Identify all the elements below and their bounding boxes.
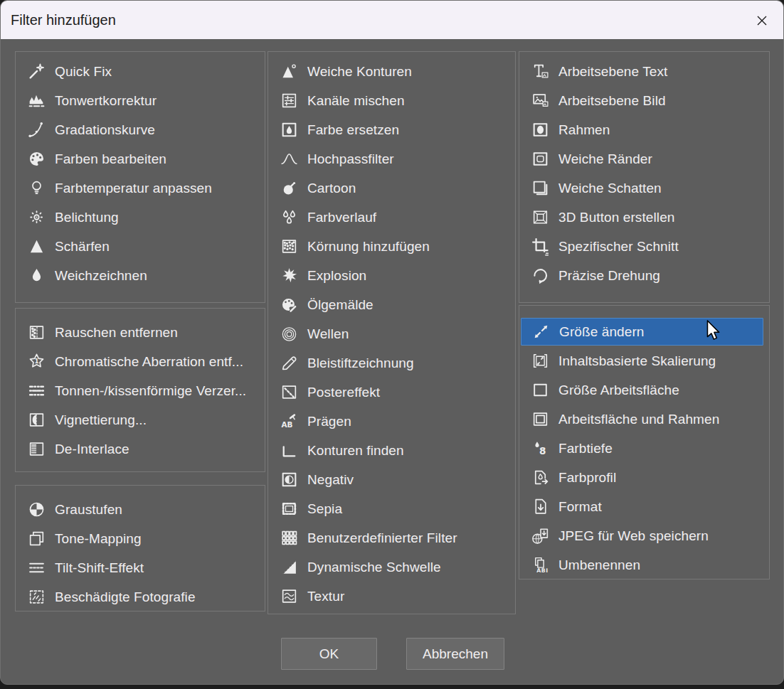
- mouse-cursor: [703, 319, 725, 341]
- filter-item[interactable]: Explosion: [268, 261, 515, 290]
- filter-item[interactable]: Inhaltsbasierte Skalierung: [519, 346, 769, 375]
- filter-item[interactable]: Weiche Schatten: [519, 173, 769, 203]
- emboss-ab-icon: AB: [280, 412, 299, 431]
- filter-item[interactable]: Negativ: [268, 465, 515, 494]
- filter-item[interactable]: De-Interlace: [16, 434, 265, 464]
- filter-item[interactable]: Konturen finden: [268, 436, 515, 465]
- filter-item[interactable]: Weichzeichnen: [16, 261, 265, 290]
- filter-item[interactable]: Format: [519, 492, 769, 521]
- filter-item[interactable]: Präzise Drehung: [519, 261, 769, 290]
- filter-group-box: Weiche KonturenKanäle mischenFarbe erset…: [267, 51, 516, 614]
- filter-group-box: Rauschen entfernen1Chromatische Aberrati…: [15, 308, 265, 472]
- soft-edges-icon: [531, 149, 550, 169]
- histogram-icon: [27, 91, 46, 110]
- soft-contour-icon: [280, 62, 299, 81]
- filter-item[interactable]: Farbe ersetzen: [268, 115, 515, 144]
- filter-item[interactable]: Gradationskurve: [16, 115, 265, 144]
- filter-item[interactable]: Kanäle mischen: [268, 86, 515, 115]
- filter-item[interactable]: Spezifischer Schnitt: [519, 232, 769, 261]
- filter-item[interactable]: Belichtung: [16, 203, 265, 232]
- filter-item-label: Farbtiefe: [558, 441, 613, 456]
- filter-item[interactable]: Tilt-Shift-Effekt: [16, 553, 265, 582]
- filter-item[interactable]: JPEG für Web speichern: [519, 521, 769, 550]
- filter-item-label: Farbprofil: [558, 470, 616, 486]
- close-button[interactable]: [752, 11, 772, 31]
- filter-item[interactable]: Größe Arbeitsfläche: [519, 375, 769, 405]
- filter-item[interactable]: ABPrägen: [268, 407, 515, 436]
- filter-item[interactable]: Tonwertkorrektur: [16, 86, 265, 115]
- filter-item-label: Format: [558, 499, 602, 515]
- filter-item[interactable]: Körnung hinzufügen: [268, 232, 515, 261]
- filter-item-label: Benutzerdefinierter Filter: [307, 530, 457, 546]
- filter-item[interactable]: Weiche Konturen: [268, 57, 515, 86]
- button-3d-icon: [531, 208, 550, 227]
- filter-item[interactable]: Rauschen entfernen: [16, 318, 265, 347]
- filter-item[interactable]: Benutzerdefinierter Filter: [268, 523, 515, 552]
- filter-item[interactable]: Rahmen: [519, 115, 769, 144]
- filter-item-label: Arbeitsfläche und Rahmen: [558, 412, 719, 427]
- filter-item[interactable]: Weiche Ränder: [519, 144, 769, 173]
- poster-diagonal-icon: [280, 383, 299, 402]
- filter-item-label: Hochpassfilter: [307, 151, 394, 167]
- filter-item[interactable]: 3D Button erstellen: [519, 203, 769, 232]
- layer-text-icon: [531, 62, 550, 81]
- format-page-icon: [531, 497, 550, 516]
- filter-item[interactable]: Ölgemälde: [268, 290, 515, 319]
- soft-shadow-icon: [531, 178, 550, 198]
- filter-item[interactable]: ABIUmbenennen: [519, 550, 769, 579]
- star-one-icon: 1: [27, 352, 46, 371]
- filter-item[interactable]: Textur: [268, 582, 515, 611]
- filter-item[interactable]: Farbprofil: [519, 463, 769, 492]
- filter-group-box: GraustufenTone-MappingTilt-Shift-EffektB…: [15, 485, 265, 611]
- filter-item-label: Schärfen: [55, 239, 110, 255]
- filter-item-label: Beschädigte Fotografie: [55, 589, 196, 605]
- filter-item[interactable]: 1Chromatische Aberration entf...: [16, 347, 265, 376]
- oil-painting-icon: [280, 295, 299, 314]
- filter-item-label: Inhaltsbasierte Skalierung: [558, 353, 716, 369]
- filter-group-box: Größe ändernInhaltsbasierte SkalierungGr…: [519, 305, 770, 579]
- filter-item[interactable]: Postereffekt: [268, 378, 515, 407]
- filter-item-label: Quick Fix: [55, 64, 112, 80]
- filter-item-label: Postereffekt: [307, 385, 380, 400]
- filter-item[interactable]: Wellen: [268, 319, 515, 348]
- filter-item[interactable]: Graustufen: [16, 495, 265, 524]
- filter-item[interactable]: Größe ändern: [521, 318, 763, 346]
- tone-mapping-icon: [27, 529, 46, 548]
- mix-channels-icon: [280, 91, 299, 110]
- ok-button[interactable]: OK: [281, 638, 377, 670]
- filter-item[interactable]: Quick Fix: [16, 57, 265, 86]
- damaged-photo-icon: [27, 587, 46, 607]
- filter-item[interactable]: Dynamische Schwelle: [268, 552, 515, 582]
- filter-item-label: Präzise Drehung: [558, 268, 660, 284]
- filter-item[interactable]: Tonnen-/kissenförmige Verzer...: [16, 376, 265, 405]
- filter-item[interactable]: Arbeitsebene Bild: [519, 86, 769, 115]
- filter-item[interactable]: Schärfen: [16, 232, 265, 261]
- svg-text:ABI: ABI: [536, 567, 548, 574]
- filter-item[interactable]: Bleistiftzeichnung: [268, 348, 515, 378]
- filter-item-label: Weichzeichnen: [55, 268, 147, 284]
- filter-item-label: Chromatische Aberration entf...: [55, 354, 243, 370]
- dialog-titlebar[interactable]: Filter hinzufügen: [1, 1, 783, 39]
- filter-item-label: Tilt-Shift-Effekt: [55, 560, 144, 576]
- filter-item-label: Farbverlauf: [307, 210, 376, 225]
- filter-item[interactable]: Vignettierung...: [16, 405, 265, 434]
- filter-item[interactable]: Cartoon: [268, 173, 515, 203]
- find-edges-icon: [280, 441, 299, 460]
- filter-item[interactable]: 8Farbtiefe: [519, 434, 769, 463]
- filter-item[interactable]: Arbeitsebene Text: [519, 57, 769, 86]
- filter-item[interactable]: Arbeitsfläche und Rahmen: [519, 405, 769, 434]
- filter-item[interactable]: Beschädigte Fotografie: [16, 582, 265, 611]
- cancel-button[interactable]: Abbrechen: [406, 638, 504, 670]
- palette-icon: [27, 149, 46, 169]
- filter-item[interactable]: Tone-Mapping: [16, 524, 265, 553]
- svg-text:8: 8: [539, 445, 545, 456]
- filter-item[interactable]: Farbverlauf: [268, 203, 515, 232]
- distortion-grid-icon: [27, 381, 46, 400]
- filter-item[interactable]: Farben bearbeiten: [16, 144, 265, 173]
- filter-item[interactable]: Sepia: [268, 494, 515, 523]
- filter-item-label: Cartoon: [307, 181, 356, 196]
- filter-item[interactable]: Farbtemperatur anpassen: [16, 173, 265, 203]
- filter-item-label: Konturen finden: [307, 443, 404, 459]
- filter-item-label: De-Interlace: [55, 442, 129, 457]
- filter-item[interactable]: Hochpassfilter: [268, 144, 515, 173]
